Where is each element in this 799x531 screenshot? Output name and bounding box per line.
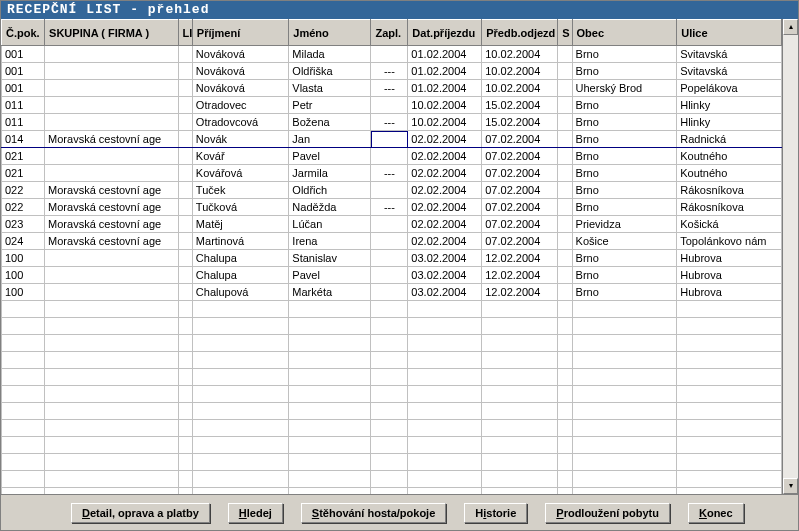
cell-datp[interactable]: 10.02.2004 (408, 97, 482, 114)
cell-zapl[interactable]: --- (371, 114, 408, 131)
cell-s[interactable] (558, 131, 572, 148)
cell-zapl[interactable]: --- (371, 199, 408, 216)
table-row[interactable]: 100ChalupováMarkéta03.02.200412.02.2004B… (2, 284, 782, 301)
cell-cpok[interactable]: 011 (2, 97, 45, 114)
cell-datp[interactable]: 03.02.2004 (408, 267, 482, 284)
cell-prijmeni[interactable]: Otradovec (192, 97, 288, 114)
cell-jmeno[interactable]: Oldřich (289, 182, 371, 199)
cell-skupina[interactable]: Moravská cestovní age (45, 131, 178, 148)
cell-li[interactable] (178, 267, 192, 284)
cell-prijmeni[interactable]: Tuček (192, 182, 288, 199)
cell-s[interactable] (558, 114, 572, 131)
cell-ulice[interactable]: Koutného (677, 148, 782, 165)
cell-cpok[interactable]: 021 (2, 165, 45, 182)
cell-li[interactable] (178, 46, 192, 63)
cell-obec[interactable]: Košice (572, 233, 677, 250)
cell-zapl[interactable] (371, 284, 408, 301)
cell-pred[interactable]: 10.02.2004 (482, 63, 558, 80)
cell-ulice[interactable]: Rákosníkova (677, 199, 782, 216)
cell-jmeno[interactable]: Pavel (289, 267, 371, 284)
cell-jmeno[interactable]: Naděžda (289, 199, 371, 216)
cell-zapl[interactable] (371, 216, 408, 233)
cell-obec[interactable]: Brno (572, 97, 677, 114)
cell-pred[interactable]: 07.02.2004 (482, 216, 558, 233)
cell-jmeno[interactable]: Milada (289, 46, 371, 63)
cell-li[interactable] (178, 182, 192, 199)
cell-pred[interactable]: 07.02.2004 (482, 233, 558, 250)
table-row[interactable]: 022Moravská cestovní ageTučekOldřich02.0… (2, 182, 782, 199)
cell-prijmeni[interactable]: Novák (192, 131, 288, 148)
cell-pred[interactable]: 10.02.2004 (482, 80, 558, 97)
cell-prijmeni[interactable]: Chalupová (192, 284, 288, 301)
cell-s[interactable] (558, 284, 572, 301)
cell-pred[interactable]: 12.02.2004 (482, 250, 558, 267)
table-row[interactable]: 022Moravská cestovní ageTučkováNaděžda--… (2, 199, 782, 216)
table-row[interactable]: 100ChalupaPavel03.02.200412.02.2004BrnoH… (2, 267, 782, 284)
cell-skupina[interactable] (45, 267, 178, 284)
cell-skupina[interactable] (45, 284, 178, 301)
cell-li[interactable] (178, 80, 192, 97)
cell-jmeno[interactable]: Irena (289, 233, 371, 250)
col-zapl[interactable]: Zapl. (371, 20, 408, 46)
cell-ulice[interactable]: Rákosníkova (677, 182, 782, 199)
cell-li[interactable] (178, 114, 192, 131)
cell-cpok[interactable]: 022 (2, 199, 45, 216)
col-predbodjezd[interactable]: Předb.odjezd (482, 20, 558, 46)
cell-obec[interactable]: Brno (572, 63, 677, 80)
cell-datp[interactable]: 02.02.2004 (408, 233, 482, 250)
cell-s[interactable] (558, 165, 572, 182)
cell-li[interactable] (178, 216, 192, 233)
table-row[interactable]: 001NovákováMilada01.02.200410.02.2004Brn… (2, 46, 782, 63)
cell-skupina[interactable] (45, 250, 178, 267)
cell-skupina[interactable] (45, 46, 178, 63)
cell-prijmeni[interactable]: Kovář (192, 148, 288, 165)
cell-obec[interactable]: Brno (572, 114, 677, 131)
cell-skupina[interactable] (45, 63, 178, 80)
cell-zapl[interactable] (371, 131, 408, 148)
table-row[interactable]: 023Moravská cestovní ageMatějLúčan02.02.… (2, 216, 782, 233)
col-prijmeni[interactable]: Příjmení (192, 20, 288, 46)
table-row[interactable]: 021KovářováJarmila---02.02.200407.02.200… (2, 165, 782, 182)
cell-obec[interactable]: Brno (572, 250, 677, 267)
cell-zapl[interactable] (371, 267, 408, 284)
table-row[interactable]: 024Moravská cestovní ageMartinováIrena02… (2, 233, 782, 250)
cell-datp[interactable]: 02.02.2004 (408, 131, 482, 148)
cell-datp[interactable]: 01.02.2004 (408, 80, 482, 97)
cell-zapl[interactable] (371, 250, 408, 267)
cell-ulice[interactable]: Hubrova (677, 284, 782, 301)
hledej-button[interactable]: Hledej (228, 503, 283, 523)
cell-ulice[interactable]: Hlinky (677, 114, 782, 131)
cell-obec[interactable]: Uherský Brod (572, 80, 677, 97)
cell-ulice[interactable]: Radnická (677, 131, 782, 148)
table-row[interactable]: 021KovářPavel02.02.200407.02.2004BrnoKou… (2, 148, 782, 165)
cell-zapl[interactable] (371, 182, 408, 199)
cell-cpok[interactable]: 100 (2, 267, 45, 284)
stehovani-button[interactable]: Stěhování hosta/pokoje (301, 503, 446, 523)
cell-skupina[interactable] (45, 97, 178, 114)
cell-skupina[interactable]: Moravská cestovní age (45, 233, 178, 250)
cell-datp[interactable]: 01.02.2004 (408, 46, 482, 63)
table-row[interactable]: 011OtradovcováBožena---10.02.200415.02.2… (2, 114, 782, 131)
cell-ulice[interactable]: Svitavská (677, 46, 782, 63)
cell-obec[interactable]: Brno (572, 267, 677, 284)
cell-ulice[interactable]: Topolánkovo nám (677, 233, 782, 250)
cell-prijmeni[interactable]: Otradovcová (192, 114, 288, 131)
cell-cpok[interactable]: 022 (2, 182, 45, 199)
cell-zapl[interactable] (371, 46, 408, 63)
cell-s[interactable] (558, 148, 572, 165)
cell-jmeno[interactable]: Oldřiška (289, 63, 371, 80)
col-jmeno[interactable]: Jméno (289, 20, 371, 46)
cell-ulice[interactable]: Košická (677, 216, 782, 233)
konec-button[interactable]: Konec (688, 503, 744, 523)
cell-jmeno[interactable]: Jarmila (289, 165, 371, 182)
cell-s[interactable] (558, 233, 572, 250)
cell-obec[interactable]: Brno (572, 131, 677, 148)
cell-skupina[interactable] (45, 165, 178, 182)
cell-li[interactable] (178, 63, 192, 80)
cell-zapl[interactable] (371, 97, 408, 114)
cell-li[interactable] (178, 199, 192, 216)
cell-jmeno[interactable]: Vlasta (289, 80, 371, 97)
cell-pred[interactable]: 07.02.2004 (482, 131, 558, 148)
cell-prijmeni[interactable]: Nováková (192, 46, 288, 63)
cell-datp[interactable]: 02.02.2004 (408, 182, 482, 199)
